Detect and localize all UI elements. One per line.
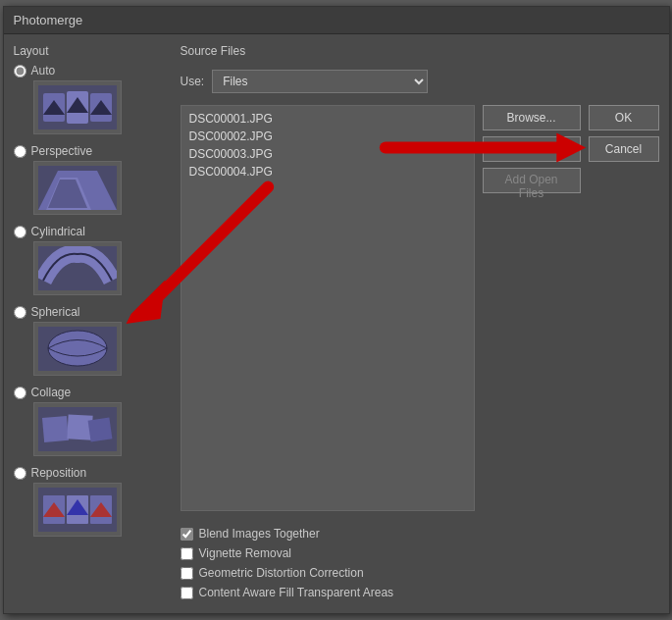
layout-radio-collage-row[interactable]: Collage (14, 386, 72, 399)
svg-rect-22 (87, 418, 112, 442)
layout-radio-perspective-row[interactable]: Perspective (14, 144, 93, 158)
layout-panel: Layout Auto (14, 44, 171, 603)
file-item-4[interactable]: DSC00004.JPG (185, 163, 470, 181)
layout-item-spherical: Spherical (14, 305, 171, 382)
collage-thumb-svg (38, 407, 117, 451)
layout-radio-reposition[interactable] (14, 467, 26, 480)
check-row-content-aware: Content Aware Fill Transparent Areas (181, 586, 659, 599)
files-list[interactable]: DSC00001.JPG DSC00002.JPG DSC00003.JPG D… (181, 105, 475, 511)
remove-button[interactable]: Remove (483, 136, 581, 162)
use-label: Use: (181, 75, 205, 88)
reposition-thumb-svg (38, 488, 117, 532)
content-aware-label[interactable]: Content Aware Fill Transparent Areas (199, 586, 394, 599)
file-item-3[interactable]: DSC00003.JPG (185, 145, 470, 163)
layout-label-perspective[interactable]: Perspective (31, 144, 93, 158)
layout-label-spherical[interactable]: Spherical (31, 305, 80, 319)
layout-radio-cylindrical-row[interactable]: Cylindrical (14, 225, 85, 238)
perspective-thumb-svg (38, 166, 117, 210)
layout-item-cylindrical: Cylindrical (14, 225, 171, 301)
file-item-1[interactable]: DSC00001.JPG (185, 110, 470, 128)
right-panel: Source Files Use: Files Folders DSC00001… (181, 44, 659, 603)
checkboxes-area: Blend Images Together Vignette Removal G… (181, 519, 659, 603)
layout-item-perspective: Perspective (14, 144, 171, 221)
auto-thumb-svg (38, 85, 117, 129)
layout-radio-reposition-row[interactable]: Reposition (14, 466, 87, 480)
cancel-button[interactable]: Cancel (589, 136, 659, 162)
layout-item-reposition: Reposition (14, 466, 171, 542)
svg-rect-20 (41, 416, 68, 442)
layout-label: Layout (14, 44, 171, 58)
title-bar: Photomerge (4, 7, 669, 34)
source-files-label: Source Files (181, 44, 659, 58)
add-open-files-button[interactable]: Add Open Files (483, 168, 581, 193)
layout-item-collage: Collage (14, 386, 171, 462)
layout-radio-perspective[interactable] (14, 145, 26, 158)
check-row-blend: Blend Images Together (181, 527, 659, 541)
layout-thumb-auto (33, 80, 122, 134)
check-row-vignette: Vignette Removal (181, 546, 659, 560)
layout-item-auto: Auto (14, 64, 171, 140)
blend-label[interactable]: Blend Images Together (199, 527, 320, 541)
check-row-distortion: Geometric Distortion Correction (181, 566, 659, 580)
layout-label-cylindrical[interactable]: Cylindrical (31, 225, 85, 238)
browse-button[interactable]: Browse... (483, 105, 581, 130)
file-item-2[interactable]: DSC00002.JPG (185, 128, 470, 145)
layout-thumb-perspective (33, 161, 122, 215)
layout-thumb-reposition (33, 483, 122, 537)
content-aware-checkbox[interactable] (181, 587, 193, 599)
layout-thumb-spherical (33, 322, 122, 376)
dialog-body: Layout Auto (4, 34, 669, 613)
vignette-checkbox[interactable] (181, 547, 193, 560)
layout-radio-collage[interactable] (14, 387, 26, 399)
vignette-label[interactable]: Vignette Removal (199, 546, 292, 560)
blend-checkbox[interactable] (181, 528, 193, 541)
layout-label-reposition[interactable]: Reposition (31, 466, 87, 480)
layout-label-auto[interactable]: Auto (31, 64, 56, 78)
ok-button[interactable]: OK (589, 105, 659, 130)
dialog-title: Photomerge (14, 13, 83, 27)
distortion-label[interactable]: Geometric Distortion Correction (199, 566, 364, 580)
layout-thumb-cylindrical (33, 241, 122, 295)
layout-radio-auto[interactable] (14, 65, 26, 78)
use-row: Use: Files Folders (181, 70, 659, 93)
layout-label-collage[interactable]: Collage (31, 386, 72, 399)
layout-radio-spherical-row[interactable]: Spherical (14, 305, 80, 319)
action-buttons: Browse... Remove Add Open Files (483, 105, 581, 511)
spherical-thumb-svg (38, 327, 117, 371)
use-select[interactable]: Files Folders (212, 70, 428, 93)
photomerge-dialog: Photomerge Layout Auto (3, 6, 670, 614)
layout-radio-spherical[interactable] (14, 306, 26, 319)
cylindrical-thumb-svg (38, 246, 117, 290)
layout-radio-auto-row[interactable]: Auto (14, 64, 56, 78)
ok-cancel-col: OK Cancel (589, 105, 659, 511)
layout-radio-cylindrical[interactable] (14, 226, 26, 238)
layout-thumb-collage (33, 402, 122, 456)
distortion-checkbox[interactable] (181, 567, 193, 580)
files-buttons-row: DSC00001.JPG DSC00002.JPG DSC00003.JPG D… (181, 105, 659, 511)
